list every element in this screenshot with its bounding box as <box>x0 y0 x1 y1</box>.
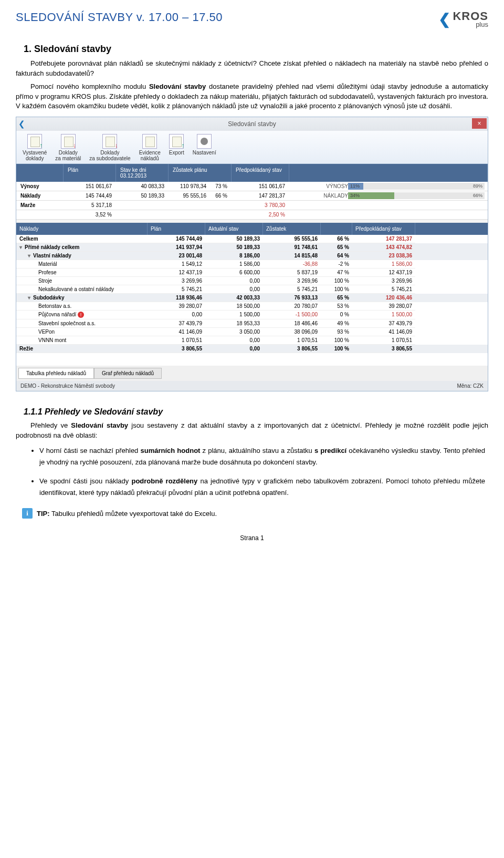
cost-row-subdod[interactable]: ▾Subdodávky118 936,4642 003,3376 933,136… <box>16 294 488 302</box>
progress-bar-naklady: 34%66% <box>348 192 485 199</box>
col-zustatek: Zůstatek plánu <box>169 164 232 182</box>
status-currency: Měna: CZK <box>457 383 484 389</box>
kros-logo: ❮ KROS plus <box>438 11 488 28</box>
cost-row-nekalk[interactable]: Nekalkulované a ostatní náklady5 745,210… <box>16 285 488 294</box>
intro-p2: Pomocí nového komplexního modulu Sledová… <box>16 82 488 112</box>
section-1-heading: 1. Sledování stavby <box>24 44 488 55</box>
caret-down-icon[interactable]: ▾ <box>19 244 25 250</box>
intro-p1: Potřebujete porovnávat plán nákladů se s… <box>16 59 488 79</box>
tab-graf[interactable]: Graf přehledu nákladů <box>94 368 162 379</box>
cost-row-material[interactable]: Materiál1 549,121 586,00-36,88-2 %1 586,… <box>16 260 488 268</box>
page-footer: Strana 1 <box>16 534 488 542</box>
tip-text: TIP: Tabulku přehledů můžete vyexportova… <box>37 510 217 518</box>
document-title: SLEDOVÁNÍ STAVBY v. 17.00 – 17.50 <box>16 11 223 24</box>
col-predpokladany: Předpokládaný stav <box>232 164 289 182</box>
bar-label-naklady: NÁKLADY <box>317 193 348 199</box>
progress-bar-vynosy: 11%89% <box>348 183 485 190</box>
summary-row-vynosy: Výnosy151 061,6740 083,33110 978,3473 %1… <box>16 182 488 191</box>
tool-evidence-nakladu[interactable]: Evidence nákladů <box>135 133 165 162</box>
cost-row-pujcovna[interactable]: Půjčovna nářadí !0,001 500,00-1 500,000 … <box>16 311 488 319</box>
cost-row-prime[interactable]: ▾Přímé náklady celkem141 937,9450 189,33… <box>16 243 488 252</box>
cost-row-rezie[interactable]: Režie3 806,550,003 806,55100 %3 806,55 <box>16 345 488 353</box>
app-screenshot: ❮ Sledování stavby × Vystavené doklady D… <box>16 117 488 391</box>
col-plan: Plán <box>64 164 116 182</box>
summary-header: Plán Stav ke dni 03.12.2013 Zůstatek plá… <box>16 164 488 182</box>
gear-icon <box>197 134 212 149</box>
status-bar: DEMO - Rekonstrukce Náměstí svobody Měna… <box>16 381 488 391</box>
summary-row-naklady: Náklady145 744,4950 189,3395 555,1666 %1… <box>16 191 488 201</box>
cost-row-stavebni[interactable]: Stavební společnost a.s.37 439,7918 953,… <box>16 319 488 328</box>
list-item: V horní části se nachází přehled sumární… <box>39 445 488 468</box>
summary-row-marze-pct: 3,52 %2,50 % <box>16 210 488 220</box>
bullet-list: V horní části se nachází přehled sumární… <box>39 445 488 499</box>
cost-row-vnnn[interactable]: VNNN mont1 070,510,001 070,51100 %1 070,… <box>16 336 488 345</box>
tool-vystavene-doklady[interactable]: Vystavené doklady <box>18 133 51 162</box>
app-titlebar: ❮ Sledování stavby × <box>16 117 488 131</box>
cost-row-vlastni[interactable]: ▾Vlastní náklady23 001,488 186,0014 815,… <box>16 252 488 260</box>
costs-header: NákladyPlánAktuální stavZůstatekPředpokl… <box>16 223 488 235</box>
tip-row: i TIP: Tabulku přehledů můžete vyexporto… <box>22 508 488 519</box>
cost-row-profese[interactable]: Profese12 437,196 600,005 837,1947 %12 4… <box>16 268 488 277</box>
cost-row-stroje[interactable]: Stroje3 269,960,003 269,96100 %3 269,96 <box>16 277 488 285</box>
back-icon[interactable]: ❮ <box>18 119 25 129</box>
logo-main: KROS <box>453 11 488 22</box>
logo-arrow-icon: ❮ <box>438 11 450 28</box>
tab-tabulka[interactable]: Tabulka přehledu nákladů <box>18 368 94 379</box>
doc-down-icon <box>102 134 117 149</box>
doc-up-icon <box>27 134 42 149</box>
document-header: SLEDOVÁNÍ STAVBY v. 17.00 – 17.50 ❮ KROS… <box>16 11 488 28</box>
list-item: Ve spodní části jsou náklady podrobně ro… <box>39 475 488 499</box>
col-stav: Stav ke dni 03.12.2013 <box>116 164 169 182</box>
bottom-tabs: Tabulka přehledu nákladů Graf přehledu n… <box>16 366 488 381</box>
tool-export[interactable]: Export <box>165 133 188 162</box>
cost-row-celkem[interactable]: Celkem145 744,4950 189,3395 555,1666 %14… <box>16 235 488 243</box>
doc-edit-icon <box>142 134 157 149</box>
tool-doklady-material[interactable]: Doklady za materiál <box>51 133 85 162</box>
caret-down-icon[interactable]: ▾ <box>28 295 33 301</box>
export-icon <box>169 134 184 149</box>
s11-p1: Přehledy ve Sledování stavby jsou sestav… <box>16 421 488 441</box>
app-title: Sledování stavby <box>16 117 488 131</box>
caret-down-icon[interactable]: ▾ <box>28 253 33 259</box>
tool-nastaveni[interactable]: Nastavení <box>188 133 220 162</box>
cost-row-betonstav[interactable]: Betonstav a.s.39 280,0718 500,0020 780,0… <box>16 302 488 311</box>
toolbar: Vystavené doklady Doklady za materiál Do… <box>16 131 488 164</box>
section-1-1-1-heading: 1.1.1 Přehledy ve Sledování stavby <box>24 407 488 417</box>
status-project: DEMO - Rekonstrukce Náměstí svobody <box>20 383 115 389</box>
summary-row-marze: Marže5 317,183 780,30 <box>16 201 488 210</box>
bar-label-vynosy: VÝNOSY <box>317 183 348 189</box>
warning-icon: ! <box>78 312 84 318</box>
tool-doklady-subdodavatele[interactable]: Doklady za subdodavatele <box>85 133 134 162</box>
close-button[interactable]: × <box>472 118 487 129</box>
doc-down-icon <box>61 134 76 149</box>
cost-row-vepon[interactable]: VEPon41 146,093 050,0038 096,0993 %41 14… <box>16 328 488 336</box>
info-icon: i <box>22 508 33 519</box>
